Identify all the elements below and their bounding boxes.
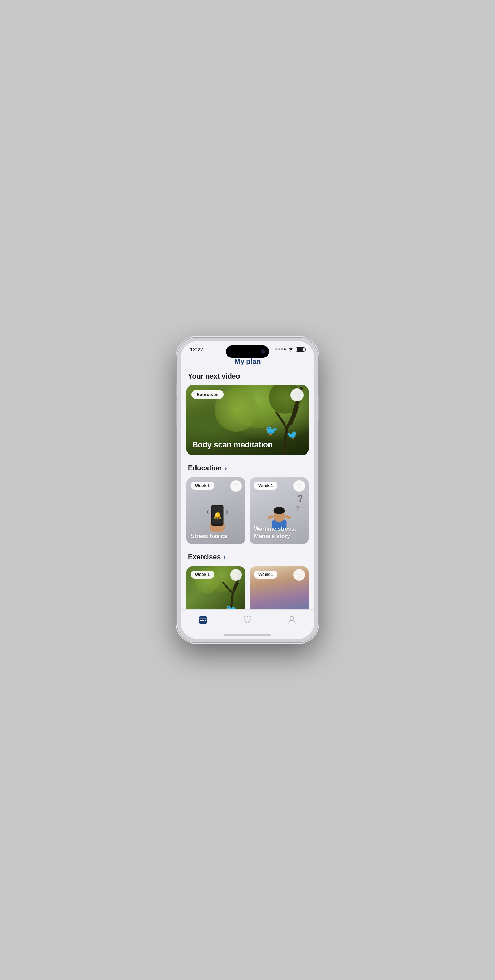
status-bar: 12:27 bbox=[181, 341, 314, 355]
phone-device: 12:27 bbox=[177, 337, 318, 643]
education-section-header[interactable]: Education › bbox=[181, 463, 314, 477]
svg-rect-15 bbox=[205, 616, 205, 617]
stress-basics-tag: Week 1 bbox=[191, 482, 214, 490]
svg-text:🔔: 🔔 bbox=[213, 511, 221, 519]
svg-rect-17 bbox=[202, 620, 204, 621]
svg-rect-8 bbox=[285, 515, 291, 520]
awareness-tag: Week 1 bbox=[254, 571, 277, 579]
status-time: 12:27 bbox=[190, 346, 204, 352]
stress-basics-card[interactable]: Week 1 ♡ 🔔 bbox=[186, 477, 245, 544]
stress-basics-heart[interactable]: ♡ bbox=[230, 480, 242, 492]
signal-icon bbox=[275, 348, 286, 350]
awareness-heart[interactable]: ♡ bbox=[293, 569, 305, 581]
body-scan-tag: Week 1 bbox=[191, 571, 214, 579]
hero-tag: Exercises bbox=[191, 390, 224, 399]
calendar-icon bbox=[198, 615, 208, 625]
phone-screen: 12:27 bbox=[181, 341, 314, 639]
exercises-chevron: › bbox=[224, 554, 226, 560]
svg-point-19 bbox=[290, 616, 294, 620]
battery-icon bbox=[296, 347, 305, 352]
phone-hand-illustration: 🔔 bbox=[204, 500, 230, 533]
heart-icon bbox=[242, 615, 253, 625]
hero-bird-2: 🐦 bbox=[286, 430, 297, 440]
scroll-content[interactable]: My plan Your next video 🐦 bbox=[181, 355, 314, 639]
wartime-stress-card[interactable]: Week 1 ♡ ? ? bbox=[250, 477, 309, 544]
dynamic-island bbox=[226, 345, 269, 358]
exercises-label: Exercises bbox=[188, 553, 221, 561]
home-indicator bbox=[224, 634, 271, 636]
status-icons bbox=[275, 347, 305, 352]
wifi-icon bbox=[288, 347, 294, 352]
hero-heart-button[interactable]: ♡ bbox=[291, 388, 304, 401]
exercises-section-header[interactable]: Exercises › bbox=[181, 551, 314, 566]
tab-favorites[interactable] bbox=[237, 613, 258, 626]
tab-profile[interactable] bbox=[281, 613, 303, 626]
battery-fill bbox=[297, 348, 303, 350]
svg-rect-14 bbox=[201, 616, 201, 617]
stress-basics-title: Stress basics bbox=[191, 533, 241, 540]
svg-point-6 bbox=[273, 507, 285, 514]
wartime-stress-heart[interactable]: ♡ bbox=[293, 480, 305, 492]
svg-rect-16 bbox=[200, 620, 202, 621]
education-chevron: › bbox=[225, 465, 226, 472]
person-icon bbox=[287, 615, 297, 625]
education-cards-grid: Week 1 ♡ 🔔 bbox=[181, 477, 314, 551]
wartime-stress-title: Wartime stress: Mariia's story bbox=[254, 525, 304, 540]
body-scan-heart[interactable]: ♡ bbox=[230, 569, 242, 581]
svg-rect-13 bbox=[199, 618, 207, 619]
education-label: Education bbox=[188, 464, 222, 472]
question-marks-illustration: ? ? bbox=[295, 493, 303, 512]
svg-rect-7 bbox=[267, 515, 274, 520]
hero-title: Body scan meditation bbox=[192, 440, 273, 450]
wartime-stress-tag: Week 1 bbox=[254, 482, 277, 490]
camera-dot bbox=[261, 350, 265, 353]
hero-card[interactable]: 🐦 🐦 Exercises ♡ Body scan meditation bbox=[186, 385, 309, 455]
hero-bird-1: 🐦 bbox=[265, 425, 278, 436]
svg-rect-18 bbox=[204, 620, 206, 621]
next-video-label: Your next video bbox=[181, 372, 314, 385]
tab-plan[interactable] bbox=[192, 613, 214, 626]
